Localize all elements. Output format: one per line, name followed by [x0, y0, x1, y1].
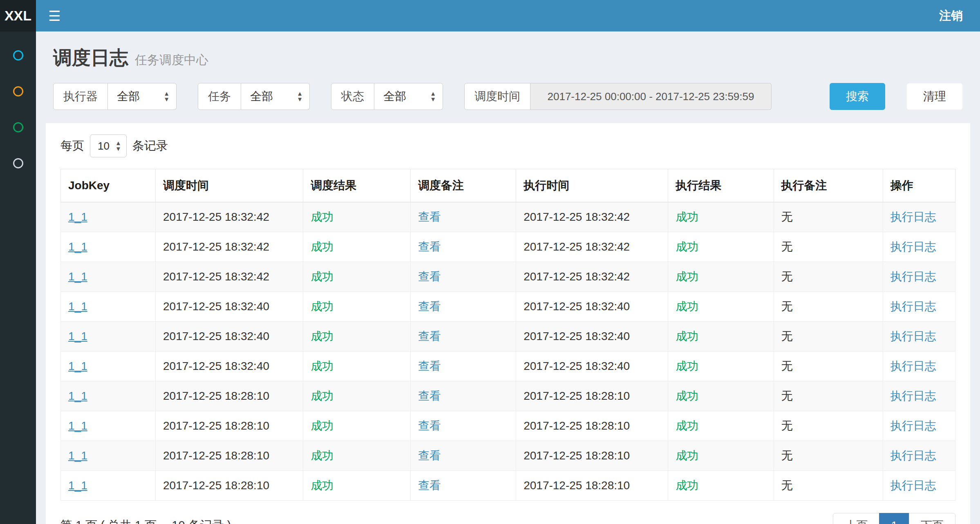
execution-log-link[interactable]: 执行日志 [891, 360, 936, 372]
select-stepper-icon: ▲▼ [430, 91, 436, 102]
page-size-select-value: 10 [98, 140, 110, 152]
app-logo[interactable]: XXL [0, 0, 36, 31]
execution-log-link[interactable]: 执行日志 [891, 419, 936, 432]
select-stepper-icon: ▲▼ [297, 91, 303, 102]
handle-time-cell: 2017-12-25 18:32:42 [516, 232, 668, 262]
trigger-msg-view-link[interactable]: 查看 [418, 390, 441, 402]
col-header-trigger-msg: 调度备注 [410, 169, 516, 202]
main-content: 调度日志任务调度中心 执行器 全部 ▲▼ 任务 全部 ▲▼ 状态 全部 ▲▼ [36, 0, 980, 524]
page-size-prefix-label: 每页 [60, 138, 84, 154]
trigger-msg-view-link[interactable]: 查看 [418, 449, 441, 462]
search-button[interactable]: 搜索 [830, 83, 885, 110]
trigger-result-cell: 成功 [303, 352, 411, 381]
execution-log-link[interactable]: 执行日志 [891, 300, 936, 313]
trigger-msg-view-link[interactable]: 查看 [418, 270, 441, 283]
filter-bar: 执行器 全部 ▲▼ 任务 全部 ▲▼ 状态 全部 ▲▼ 调度时间 2017-12… [36, 83, 980, 110]
jobkey-link[interactable]: 1_1 [68, 210, 87, 223]
trigger-time-cell: 2017-12-25 18:32:42 [156, 262, 303, 292]
sidebar-menu [0, 31, 36, 524]
table-row: 1_1 2017-12-25 18:32:40 成功 查看 2017-12-25… [61, 292, 955, 322]
table-row: 1_1 2017-12-25 18:32:42 成功 查看 2017-12-25… [61, 262, 955, 292]
sidebar-item-1[interactable] [0, 37, 36, 73]
handle-result-cell: 成功 [668, 441, 774, 471]
status-filter: 状态 全部 ▲▼ [331, 83, 443, 110]
job-select[interactable]: 全部 ▲▼ [241, 83, 310, 110]
handle-result-cell: 成功 [668, 232, 774, 262]
trigger-time-filter: 调度时间 2017-12-25 00:00:00 - 2017-12-25 23… [464, 83, 772, 110]
handle-msg-cell: 无 [774, 322, 883, 352]
sidebar-toggle-button[interactable]: ☰ [36, 0, 73, 31]
jobkey-link[interactable]: 1_1 [68, 449, 87, 462]
execution-log-link[interactable]: 执行日志 [891, 210, 936, 223]
stepper-down-icon: ▼ [163, 96, 170, 102]
page-1-button[interactable]: 1 [879, 513, 909, 524]
col-header-handle-time: 执行时间 [516, 169, 668, 202]
handle-msg-cell: 无 [774, 441, 883, 471]
handle-time-cell: 2017-12-25 18:32:42 [516, 202, 668, 232]
table-row: 1_1 2017-12-25 18:32:42 成功 查看 2017-12-25… [61, 232, 955, 262]
jobkey-link[interactable]: 1_1 [68, 330, 87, 343]
col-header-trigger-result: 调度结果 [303, 169, 411, 202]
sidebar-item-3[interactable] [0, 109, 36, 145]
handle-msg-cell: 无 [774, 232, 883, 262]
trigger-msg-view-link[interactable]: 查看 [418, 479, 441, 492]
pagination: 上页 1 下页 [833, 513, 955, 524]
jobkey-link[interactable]: 1_1 [68, 240, 87, 253]
execution-log-link[interactable]: 执行日志 [891, 330, 936, 343]
page-size-suffix-label: 条记录 [132, 138, 168, 154]
handle-result-cell: 成功 [668, 292, 774, 322]
page-subtitle: 任务调度中心 [135, 53, 208, 67]
log-table-panel: 每页 10 ▲▼ 条记录 JobKey 调度时间 调度结果 调度备注 执行时间 … [46, 123, 970, 524]
trigger-time-cell: 2017-12-25 18:28:10 [156, 411, 303, 441]
jobkey-link[interactable]: 1_1 [68, 360, 87, 372]
trigger-time-cell: 2017-12-25 18:32:40 [156, 352, 303, 381]
next-page-button[interactable]: 下页 [909, 513, 955, 524]
col-header-handle-result: 执行结果 [668, 169, 774, 202]
execution-log-link[interactable]: 执行日志 [891, 449, 936, 462]
jobkey-link[interactable]: 1_1 [68, 419, 87, 432]
page-size-select[interactable]: 10 ▲▼ [90, 134, 127, 157]
jobkey-link[interactable]: 1_1 [68, 479, 87, 492]
trigger-msg-view-link[interactable]: 查看 [418, 330, 441, 343]
trigger-time-cell: 2017-12-25 18:32:42 [156, 232, 303, 262]
circle-outline-icon [13, 122, 23, 132]
jobkey-link[interactable]: 1_1 [68, 270, 87, 283]
jobkey-link[interactable]: 1_1 [68, 300, 87, 313]
execution-log-link[interactable]: 执行日志 [891, 240, 936, 253]
trigger-msg-view-link[interactable]: 查看 [418, 210, 441, 223]
table-footer: 第 1 页 ( 总共 1 页， 10 条记录 ) 上页 1 下页 [60, 513, 955, 524]
col-header-action: 操作 [883, 169, 955, 202]
logout-button[interactable]: 注销 [922, 0, 980, 31]
trigger-msg-view-link[interactable]: 查看 [418, 419, 441, 432]
trigger-time-range-input[interactable]: 2017-12-25 00:00:00 - 2017-12-25 23:59:5… [530, 83, 772, 110]
execution-log-link[interactable]: 执行日志 [891, 479, 936, 492]
executor-select-value: 全部 [117, 89, 140, 104]
trigger-msg-view-link[interactable]: 查看 [418, 300, 441, 313]
handle-time-cell: 2017-12-25 18:28:10 [516, 441, 668, 471]
sidebar-item-4[interactable] [0, 145, 36, 181]
handle-result-cell: 成功 [668, 202, 774, 232]
trigger-time-cell: 2017-12-25 18:32:42 [156, 202, 303, 232]
sidebar-item-2[interactable] [0, 73, 36, 109]
trigger-result-cell: 成功 [303, 202, 411, 232]
circle-outline-icon [13, 158, 23, 168]
jobkey-link[interactable]: 1_1 [68, 390, 87, 402]
trigger-result-cell: 成功 [303, 411, 411, 441]
job-filter: 任务 全部 ▲▼ [198, 83, 310, 110]
executor-select[interactable]: 全部 ▲▼ [108, 83, 177, 110]
handle-msg-cell: 无 [774, 352, 883, 381]
status-select[interactable]: 全部 ▲▼ [374, 83, 443, 110]
execution-log-link[interactable]: 执行日志 [891, 270, 936, 283]
trigger-msg-view-link[interactable]: 查看 [418, 240, 441, 253]
status-filter-label: 状态 [331, 83, 374, 110]
handle-result-cell: 成功 [668, 471, 774, 501]
prev-page-button[interactable]: 上页 [833, 513, 879, 524]
handle-time-cell: 2017-12-25 18:32:40 [516, 322, 668, 352]
circle-outline-icon [13, 50, 23, 60]
table-row: 1_1 2017-12-25 18:28:10 成功 查看 2017-12-25… [61, 411, 955, 441]
execution-log-link[interactable]: 执行日志 [891, 390, 936, 402]
clear-button[interactable]: 清理 [906, 83, 963, 110]
dispatch-log-table: JobKey 调度时间 调度结果 调度备注 执行时间 执行结果 执行备注 操作 … [60, 169, 955, 501]
trigger-msg-view-link[interactable]: 查看 [418, 360, 441, 372]
handle-msg-cell: 无 [774, 381, 883, 411]
